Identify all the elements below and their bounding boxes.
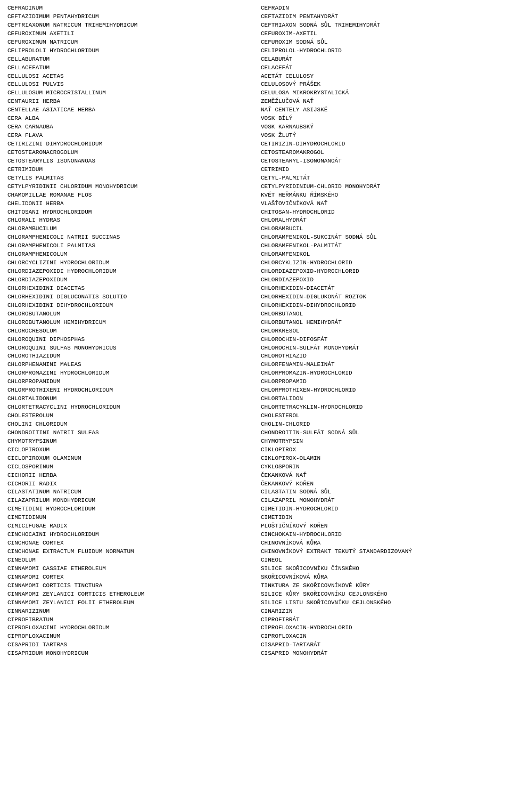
list-item: CYKLOSPORIN	[261, 463, 504, 472]
list-item: CEFTRIAXONUM NATRICUM TRIHEMIHYDRICUM	[7, 21, 250, 30]
list-item: CHLORHEXIDIN-DIACETÁT	[261, 285, 504, 293]
list-item: CILASTATIN SODNÁ SŮL	[261, 488, 504, 497]
list-item: CINEOLUM	[7, 556, 250, 565]
list-item: CILASTATINUM NATRICUM	[7, 488, 250, 497]
list-item: CELACEFÁT	[261, 64, 504, 72]
list-item: CHLORTALIDONUM	[7, 395, 250, 403]
list-item: CISAPRIDI TARTRAS	[7, 641, 250, 649]
list-item: CHLOROCHIN-DIFOSFÁT	[261, 336, 504, 344]
list-item: CETRIMID	[261, 166, 504, 174]
list-item: SILICE LISTU SKOŘICOVNÍKU CEJLONSKÉHO	[261, 599, 504, 607]
list-item: CHLORTALIDON	[261, 395, 504, 403]
list-item: CINCHONAE EXTRACTUM FLUIDUM NORMATUM	[7, 548, 250, 556]
list-item: CIPROFIBRÁT	[261, 616, 504, 624]
list-item: CHLORAMPHENICOLI NATRII SUCCINAS	[7, 233, 250, 242]
list-item: CILAZAPRIL MONOHYDRÁT	[261, 497, 504, 505]
list-item: CETYLPYRIDINII CHLORIDUM MONOHYDRICUM	[7, 183, 250, 191]
list-item: TINKTURA ZE SKOŘICOVNÍKOVÉ KŮRY	[261, 582, 504, 590]
list-item: CHLORPROTHIXEN-HYDROCHLORID	[261, 386, 504, 395]
list-item: CELLULOSI PULVIS	[7, 80, 250, 89]
list-item: CHLORAMFENIKOL	[261, 250, 504, 259]
list-item: CERA CARNAUBA	[7, 123, 250, 132]
list-item: CIMETIDIN-HYDROCHLORID	[261, 505, 504, 514]
list-item: CEFUROXIMUM NATRICUM	[7, 38, 250, 47]
left-column: CEFRADINUMCEFTAZIDIMUM PENTAHYDRICUMCEFT…	[5, 4, 256, 658]
list-item: CHLORAMBUCIL	[261, 225, 504, 233]
list-item: CHLOROCRESOLUM	[7, 327, 250, 336]
list-item: CINCHONAE CORTEX	[7, 539, 250, 548]
list-item: CEFUROXIMUM AXETILI	[7, 30, 250, 38]
list-item: CETOSTEAROMAKROGOL	[261, 149, 504, 157]
list-item: SKOŘICOVNÍKOVÁ KŮRA	[261, 573, 504, 582]
list-item: CICHORII HERBA	[7, 472, 250, 480]
list-item: CHLORHEXIDINI DIGLUCONATIS SOLUTIO	[7, 293, 250, 302]
list-item: CHELIDONII HERBA	[7, 200, 250, 208]
list-item: CHLORAMFENIKOL-SUKCINÁT SODNÁ SŮL	[261, 233, 504, 242]
list-item: CETYLPYRIDINIUM-CHLORID MONOHYDRÁT	[261, 183, 504, 191]
list-item: CHLORPHENAMINI MALEAS	[7, 361, 250, 369]
list-item: CIMICIFUGAE RADIX	[7, 522, 250, 531]
list-item: CISAPRID-TARTARÁT	[261, 641, 504, 649]
list-item: SILICE KŮRY SKOŘICOVNÍKU CEJLONSKÉHO	[261, 590, 504, 599]
list-item: CHLOROQUINI DIPHOSPHAS	[7, 336, 250, 344]
list-item: CHLORFENAMIN-MALEINÁT	[261, 361, 504, 369]
list-item: CINNAMOMI ZEYLANICI CORTICIS ETHEROLEUM	[7, 590, 250, 599]
list-item: CELLULOSUM MICROCRISTALLINUM	[7, 89, 250, 98]
list-item: CELLABURATUM	[7, 55, 250, 64]
list-item: ČEKANKOVÝ KOŘEN	[261, 480, 504, 489]
list-item: VOSK ŽLUTÝ	[261, 132, 504, 140]
list-item: CHLORDIAZEPOXID-HYDROCHLORID	[261, 267, 504, 276]
list-item: CINARIZIN	[261, 607, 504, 616]
list-item: CHLORPROMAZIN-HYDROCHLORID	[261, 369, 504, 378]
list-item: CETOSTEAROMACROGOLUM	[7, 149, 250, 157]
list-item: CHYMOTRYPSIN	[261, 437, 504, 446]
list-item: CHLORCYCLIZINI HYDROCHLORIDUM	[7, 259, 250, 267]
list-item: CETRIMIDUM	[7, 166, 250, 174]
list-item: CHLORKRESOL	[261, 327, 504, 336]
list-item: CHLORPROMAZINI HYDROCHLORIDUM	[7, 369, 250, 378]
list-item: CIKLOPIROX-OLAMIN	[261, 454, 504, 463]
list-item: CHLORHEXIDIN-DIGLUKONÁT ROZTOK	[261, 293, 504, 302]
list-item: CETYL-PALMITÁT	[261, 174, 504, 183]
list-item: CILAZAPRILUM MONOHYDRICUM	[7, 497, 250, 505]
list-item: SILICE SKOŘICOVNÍKU ČÍNSKÉHO	[261, 565, 504, 573]
list-item: CINNAMOMI CORTEX	[7, 573, 250, 582]
list-item: CHLOROBUTANOLUM	[7, 310, 250, 319]
list-item: CELULOSOVÝ PRÁŠEK	[261, 80, 504, 89]
list-item: CHLORAMBUCILUM	[7, 225, 250, 233]
list-item: VOSK BÍLÝ	[261, 115, 504, 123]
list-item: VLAŠŤOVIČNÍKOVÁ NAŤ	[261, 200, 504, 208]
list-item: CETYLIS PALMITAS	[7, 174, 250, 183]
list-item: CHLORTETRACYCLINI HYDROCHLORIDUM	[7, 403, 250, 412]
list-item: CINNAMOMI CORTICIS TINCTURA	[7, 582, 250, 590]
list-item: CHOLIN-CHLORID	[261, 420, 504, 429]
list-item: CEFRADINUM	[7, 4, 250, 13]
list-item: CEFRADIN	[261, 4, 504, 13]
list-item: KVĚT HEŘMÁNKU ŘÍMSKÉHO	[261, 191, 504, 200]
list-item: CICHORII RADIX	[7, 480, 250, 489]
list-item: CEFTAZIDIMUM PENTAHYDRICUM	[7, 13, 250, 21]
list-item: CISAPRID MONOHYDRÁT	[261, 649, 504, 658]
list-item: ZEMĚŽLUČOVÁ NAŤ	[261, 98, 504, 106]
list-item: CHINOVNÍKOVÁ KŮRA	[261, 539, 504, 548]
right-column: CEFRADINCEFTAZIDIM PENTAHYDRÁTCEFTRIAXON…	[256, 4, 506, 658]
list-item: CHLOROCHIN-SULFÁT MONOHYDRÁT	[261, 344, 504, 353]
list-item: CIPROFLOXACINUM	[7, 632, 250, 641]
list-item: CHLORHEXIDINI DIACETAS	[7, 285, 250, 293]
list-item: CINNARIZINUM	[7, 607, 250, 616]
list-item: CINCHOKAIN-HYDROCHLORID	[261, 531, 504, 539]
list-item: CELULOSA MIKROKRYSTALICKÁ	[261, 89, 504, 98]
list-item: CIPROFLOXACINI HYDROCHLORIDUM	[7, 624, 250, 632]
list-item: CHOLESTEROLUM	[7, 412, 250, 420]
list-item: PLOŠTIČNÍKOVÝ KOŘEN	[261, 522, 504, 531]
list-item: CHLORPROPAMID	[261, 378, 504, 386]
list-item: CIMETIDIN	[261, 514, 504, 522]
list-item: VOSK KARNAUBSKÝ	[261, 123, 504, 132]
list-item: CETOSTEARYL-ISONONANOÁT	[261, 157, 504, 166]
list-item: CEFTRIAXON SODNÁ SŮL TRIHEMIHYDRÁT	[261, 21, 504, 30]
list-item: CHLORBUTANOL HEMIHYDRÁT	[261, 319, 504, 327]
list-item: CHINOVNÍKOVÝ EXTRAKT TEKUTÝ STANDARDIZOV…	[261, 548, 504, 556]
list-item: CHOLESTEROL	[261, 412, 504, 420]
list-item: CIKLOPIROX	[261, 446, 504, 454]
list-item: CELLULOSI ACETAS	[7, 72, 250, 81]
